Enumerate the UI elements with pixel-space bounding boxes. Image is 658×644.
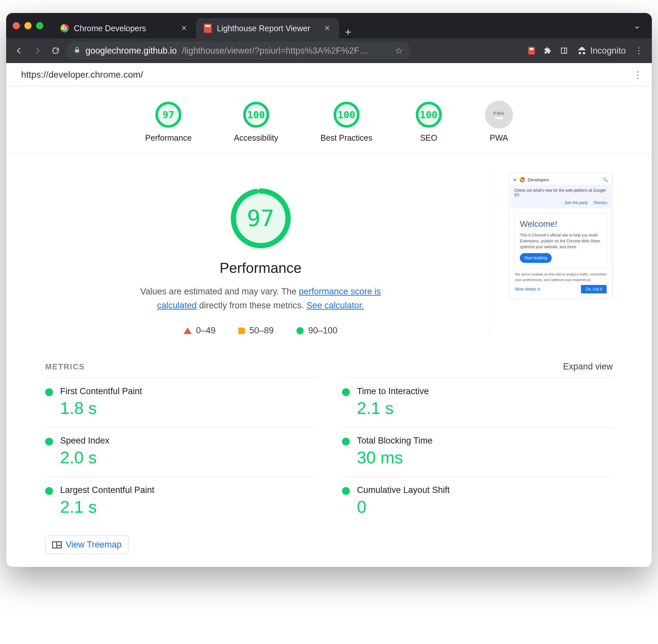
minimize-window-button[interactable] <box>24 22 31 29</box>
gauge-label: Performance <box>145 133 192 143</box>
gauge-score: 100 <box>333 101 360 129</box>
tested-url: https://developer.chrome.com/ <box>21 70 143 80</box>
reload-button[interactable] <box>48 43 63 59</box>
thumb-banner-dismiss: Dismiss <box>594 201 607 205</box>
thumb-cookie-more: More details ⧉ <box>515 287 540 292</box>
metric-name: Time to Interactive <box>357 386 429 396</box>
page-screenshot-thumbnail: ≡ Developers 🔍 Check out what's new for … <box>509 173 613 299</box>
report-body: 97 Performance Values are estimated and … <box>6 153 652 567</box>
close-tab-icon[interactable]: ✕ <box>179 22 189 34</box>
metric-name: Total Blocking Time <box>357 436 433 446</box>
metric-value: 2.1 s <box>60 497 154 516</box>
thumb-cta: Start building <box>520 253 552 263</box>
bookmark-star-icon[interactable]: ☆ <box>395 45 403 56</box>
metric-value: 1.8 s <box>60 398 142 418</box>
forward-button[interactable] <box>29 43 45 59</box>
metric-speed-index: Speed Index2.0 s <box>45 427 316 476</box>
gauge-seo[interactable]: 100 SEO <box>415 101 443 143</box>
metric-lcp: Largest Contentful Paint2.1 s <box>45 476 316 526</box>
thumb-welcome-title: Welcome! <box>520 219 602 229</box>
treemap-icon <box>52 541 62 549</box>
incognito-label: Incognito <box>590 46 626 56</box>
search-icon: 🔍 <box>603 178 608 182</box>
score-legend: 0–49 50–89 90–100 <box>184 326 337 336</box>
chrome-favicon-icon <box>520 177 525 182</box>
status-dot-icon <box>342 438 350 445</box>
thumb-header: ≡ Developers 🔍 <box>510 175 611 185</box>
status-dot-icon <box>45 438 53 445</box>
thumb-cookie-text: We serve cookies on this site to analyze… <box>510 272 611 282</box>
toolbar: googlechrome.github.io/lighthouse/viewer… <box>6 38 652 63</box>
circle-icon <box>297 327 304 335</box>
metrics-header: METRICS Expand view <box>45 362 613 372</box>
thumb-cookie-row: More details ⧉ Ok, Got it <box>510 282 611 297</box>
gauge-best-practices[interactable]: 100 Best Practices <box>321 101 373 143</box>
gauge-label: SEO <box>420 133 437 143</box>
gauge-score: 100 <box>242 101 270 129</box>
status-dot-icon <box>45 388 53 396</box>
lighthouse-favicon-icon <box>203 24 212 33</box>
titlebar: Chrome Developers ✕ Lighthouse Report Vi… <box>6 13 652 38</box>
close-tab-icon[interactable]: ✕ <box>322 22 332 34</box>
toolbar-icons: Incognito ⋮ <box>524 43 646 59</box>
pwa-badge-text: PWA <box>493 111 505 116</box>
incognito-indicator[interactable]: Incognito <box>572 46 630 56</box>
metric-value: 2.0 s <box>60 448 110 467</box>
metrics-grid: First Contentful Paint1.8 s Time to Inte… <box>45 377 613 526</box>
performance-title: Performance <box>220 260 302 276</box>
performance-summary: 97 Performance Values are estimated and … <box>45 173 489 336</box>
gauge-score: 97 <box>154 101 182 129</box>
metric-name: Speed Index <box>60 436 110 446</box>
chevron-down-icon[interactable]: ⌄ <box>629 21 645 31</box>
gauge-label: Accessibility <box>234 133 278 143</box>
lock-icon <box>74 46 80 56</box>
side-panel-icon[interactable] <box>556 43 572 59</box>
thumb-cookie-ok: Ok, Got it <box>581 285 607 293</box>
tab-chrome-developers[interactable]: Chrome Developers ✕ <box>53 18 196 38</box>
thumb-banner: Check out what's new for the web platfor… <box>510 185 611 208</box>
tab-strip: Chrome Developers ✕ Lighthouse Report Vi… <box>53 13 629 38</box>
maximize-window-button[interactable] <box>36 22 43 29</box>
see-calculator-link[interactable]: See calculator. <box>307 301 364 310</box>
address-bar[interactable]: googlechrome.github.io/lighthouse/viewer… <box>66 42 411 60</box>
thumb-banner-text: Check out what's new for the web platfor… <box>514 188 607 197</box>
metric-value: 30 ms <box>357 448 433 467</box>
report-menu-icon[interactable]: ⋮ <box>633 69 643 80</box>
legend-pass: 90–100 <box>297 326 337 336</box>
tab-title: Lighthouse Report Viewer <box>217 24 317 33</box>
lighthouse-appbar: https://developer.chrome.com/ ⋮ <box>6 63 652 87</box>
url-path: /lighthouse/viewer/?psiurl=https%3A%2F%2… <box>182 46 390 56</box>
treemap-label: View Treemap <box>66 540 122 550</box>
gauge-accessibility[interactable]: 100 Accessibility <box>234 101 278 143</box>
dash-icon <box>495 117 503 119</box>
performance-hero: 97 Performance Values are estimated and … <box>45 173 613 336</box>
square-icon <box>238 327 245 334</box>
window-controls <box>13 22 43 29</box>
expand-view-toggle[interactable]: Expand view <box>563 362 613 372</box>
lighthouse-extension-icon[interactable] <box>524 43 539 59</box>
performance-big-gauge: 97 <box>228 186 293 251</box>
tab-lighthouse-viewer[interactable]: Lighthouse Report Viewer ✕ <box>196 18 339 38</box>
gauge-performance[interactable]: 97 Performance <box>145 101 192 143</box>
back-button[interactable] <box>12 43 27 59</box>
tab-title: Chrome Developers <box>74 24 175 33</box>
metric-tti: Time to Interactive2.1 s <box>342 377 613 427</box>
menu-icon[interactable]: ⋮ <box>631 43 646 59</box>
close-window-button[interactable] <box>13 22 20 29</box>
status-dot-icon <box>342 388 350 396</box>
gauge-label: Best Practices <box>321 133 373 143</box>
metric-fcp: First Contentful Paint1.8 s <box>45 377 316 427</box>
triangle-icon <box>184 327 192 334</box>
new-tab-button[interactable]: + <box>339 26 357 38</box>
browser-window: Chrome Developers ✕ Lighthouse Report Vi… <box>6 13 652 567</box>
metric-name: Largest Contentful Paint <box>60 485 154 495</box>
gauge-pwa[interactable]: PWA PWA <box>485 101 513 143</box>
thumb-banner-join: Join the party <box>564 201 588 205</box>
metrics-label: METRICS <box>45 362 85 371</box>
thumb-welcome-body: This is Chrome's official site to help y… <box>520 232 602 250</box>
view-treemap-button[interactable]: View Treemap <box>45 535 128 554</box>
metric-name: Cumulative Layout Shift <box>357 485 449 495</box>
performance-description: Values are estimated and may vary. The p… <box>140 285 381 313</box>
metric-cls: Cumulative Layout Shift0 <box>342 476 613 526</box>
extensions-icon[interactable] <box>540 43 555 59</box>
